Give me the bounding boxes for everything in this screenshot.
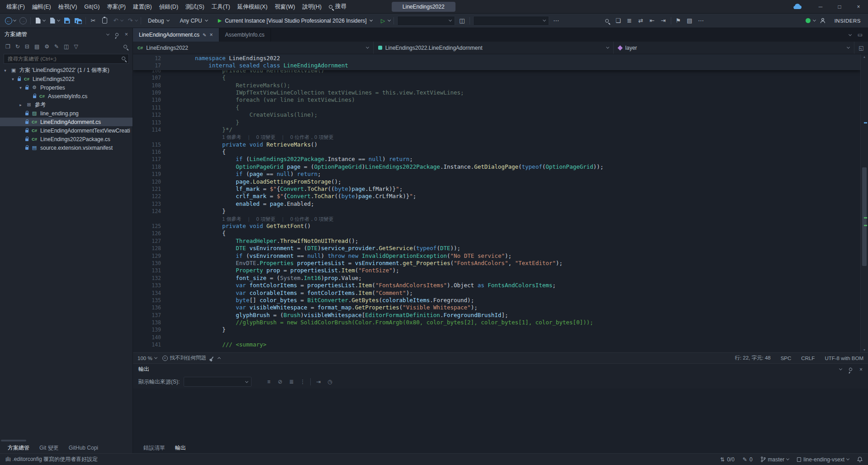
codelens-item[interactable]: 1 個參考 (222, 134, 241, 140)
editor-tab[interactable]: LineEndingAdornment.cs✎× (133, 28, 219, 42)
solution-platform-dropdown[interactable]: Any CPU (176, 15, 211, 26)
tree-item[interactable]: C#LineEndingAdornmentTextViewCreati (0, 126, 133, 135)
code-line[interactable]: 116 { (133, 148, 860, 156)
code-line[interactable]: 114 }*/ (133, 126, 860, 133)
start-without-debugging-button[interactable]: ▷ (379, 16, 387, 26)
menu-item[interactable]: 檢視(V) (55, 0, 81, 14)
code-line[interactable]: 132 font_size = (System.Int16)prop.Value… (133, 275, 860, 282)
code-line[interactable]: 137 glyphBrush = (Brush)visibleWhitespac… (133, 312, 860, 319)
caret-position[interactable]: 行: 22, 字元: 48 (735, 355, 770, 361)
pin-icon[interactable] (849, 367, 853, 372)
task-list-icon[interactable]: ≣ (626, 16, 634, 26)
undo-chevron-icon[interactable] (120, 19, 123, 22)
navigate-forward-button[interactable]: → (19, 16, 27, 26)
breadcrumb-dropdown[interactable]: C#LineEndings2022 (133, 42, 374, 54)
problems-indicator[interactable]: × 找不到任何問題 (162, 355, 207, 361)
autoscroll-icon[interactable]: ≣ (288, 379, 295, 385)
codelens-item[interactable]: 0 項變更 (256, 216, 275, 222)
solution-search-input[interactable] (4, 54, 129, 64)
code-line[interactable]: 130 EnvDTE.Properties propertiesList = v… (133, 260, 860, 267)
chevron-up-icon[interactable] (218, 357, 221, 360)
horizontal-scrollbar-thumb[interactable] (1, 440, 26, 441)
find-icon[interactable] (603, 16, 611, 26)
close-button[interactable]: × (849, 0, 868, 14)
tree-item[interactable]: ▾C#LineEndings2022 (0, 75, 133, 83)
redo-chevron-icon[interactable] (135, 19, 138, 22)
code-line[interactable]: 117 if (LineEndings2022Package.Instance … (133, 156, 860, 163)
tool-window-tab[interactable]: GitHub Copi (65, 442, 102, 453)
title-solution-box[interactable]: LineEndings2022 (392, 2, 455, 12)
code-line[interactable]: 12namespace LineEndings2022 (133, 55, 860, 62)
codelens-row[interactable]: 1 個參考 | 0 項變更 | 0 位作者，0 項變更 (133, 215, 860, 223)
menu-item[interactable]: Git(G) (81, 0, 103, 14)
menu-item[interactable]: 延伸模組(X) (234, 0, 271, 14)
menu-search[interactable]: 搜尋 (325, 3, 350, 10)
tree-item[interactable]: C#AssemblyInfo.cs (0, 92, 133, 100)
tool-window-tab[interactable]: Git 變更 (35, 442, 63, 453)
menu-item[interactable]: 說明(H) (299, 0, 325, 14)
split-editor-icon[interactable]: ◱ (854, 42, 868, 54)
codelens-item[interactable]: 1 個參考 (222, 216, 241, 222)
panel-tab[interactable]: 錯誤清單 (139, 442, 169, 453)
code-line[interactable]: 17 internal sealed class LineEndingAdorn… (133, 62, 860, 69)
chevron-down-icon[interactable] (839, 367, 842, 370)
code-cleanup-icon[interactable] (211, 356, 213, 360)
git-branch-indicator[interactable]: master (761, 456, 789, 463)
output-source-combobox[interactable] (184, 377, 251, 387)
code-line[interactable]: 108 RetrieveMarks(); (133, 82, 860, 89)
show-all-files-icon[interactable]: ▤ (34, 43, 39, 50)
new-project-button[interactable] (34, 16, 42, 26)
codelens-item[interactable]: 0 位作者，0 項變更 (290, 216, 333, 222)
breadcrumb-dropdown[interactable]: layer (614, 42, 854, 54)
code-line[interactable]: 124 } (133, 208, 860, 215)
navigate-back-chevron-icon[interactable] (13, 19, 16, 22)
git-repository-indicator[interactable]: line-ending-vsext (797, 456, 849, 463)
menu-item[interactable]: 視窗(W) (271, 0, 299, 14)
editor-tab[interactable]: AssemblyInfo.cs (219, 28, 271, 42)
toolbar-combobox[interactable] (473, 16, 549, 26)
tree-item[interactable]: ▾▣方案 'LineEndings2022' (1 / 1 個專案) (0, 66, 133, 75)
code-line[interactable]: 129 if (vsEnvironment == null) throw new… (133, 252, 860, 260)
menu-item[interactable]: 編輯(E) (28, 0, 55, 14)
collapse-all-icon[interactable]: ⊟ (25, 43, 29, 50)
pending-changes-filter-icon[interactable]: ✎ (54, 43, 59, 50)
preview-selected-icon[interactable]: ◫ (64, 43, 69, 50)
codelens-item[interactable]: 0 位作者，0 項變更 (290, 134, 333, 140)
history-icon[interactable]: ◷ (326, 379, 333, 385)
add-item-button[interactable] (48, 16, 57, 26)
cut-icon[interactable]: ✂ (89, 16, 97, 26)
output-content[interactable] (133, 389, 868, 442)
code-line[interactable]: 140 (133, 334, 860, 341)
code-line[interactable]: 123 enabled = page.Enabled; (133, 200, 860, 208)
minimize-button[interactable]: ─ (811, 0, 830, 14)
code-line[interactable]: 136 var visibleWhitespace = format_map.G… (133, 304, 860, 311)
chevron-right-icon[interactable]: ▸ (18, 103, 23, 107)
close-tab-icon[interactable]: × (209, 32, 213, 38)
chevron-down-icon[interactable] (813, 19, 816, 22)
code-line[interactable]: 121 lf_mark = $"{Convert.ToChar((byte)pa… (133, 185, 860, 193)
switch-views-icon[interactable]: ❐ (5, 43, 10, 50)
code-line[interactable]: 128 DTE vsEnvironment = (DTE)service_pro… (133, 245, 860, 252)
chevron-down-icon[interactable]: ▾ (3, 68, 8, 73)
menu-item[interactable]: 測試(S) (182, 0, 208, 14)
close-icon[interactable]: × (125, 31, 128, 38)
tool-window-tab[interactable]: 方案總管 (4, 442, 33, 453)
code-editor[interactable]: 12namespace LineEndings202217 internal s… (133, 54, 868, 352)
vertical-scrollbar[interactable]: ▲ ▼ (860, 54, 868, 352)
messages-filter-icon[interactable]: ⋮ (299, 379, 306, 385)
comment-icon[interactable]: ❏ (614, 16, 622, 26)
scrollbar-thumb[interactable] (862, 167, 867, 266)
codelens-item[interactable]: 0 項變更 (256, 134, 275, 140)
word-wrap-icon[interactable]: ≡ (265, 379, 272, 385)
menu-item[interactable]: 檔案(F) (3, 0, 28, 14)
code-line[interactable]: 139 } (133, 326, 860, 333)
go-to-next-icon[interactable]: ⇥ (315, 379, 322, 385)
bookmark-icon[interactable]: ⚑ (674, 16, 683, 26)
code-line[interactable]: 120 page.LoadSettingsFromStorage(); (133, 178, 860, 185)
chevron-down-icon[interactable]: ▾ (10, 77, 15, 81)
tab-list-chevron-icon[interactable] (849, 33, 852, 36)
notifications-button[interactable] (857, 456, 863, 462)
close-icon[interactable]: × (859, 366, 863, 373)
properties-icon[interactable]: ⚙ (44, 43, 49, 50)
bookmark-list-icon[interactable]: ▤ (686, 16, 694, 26)
